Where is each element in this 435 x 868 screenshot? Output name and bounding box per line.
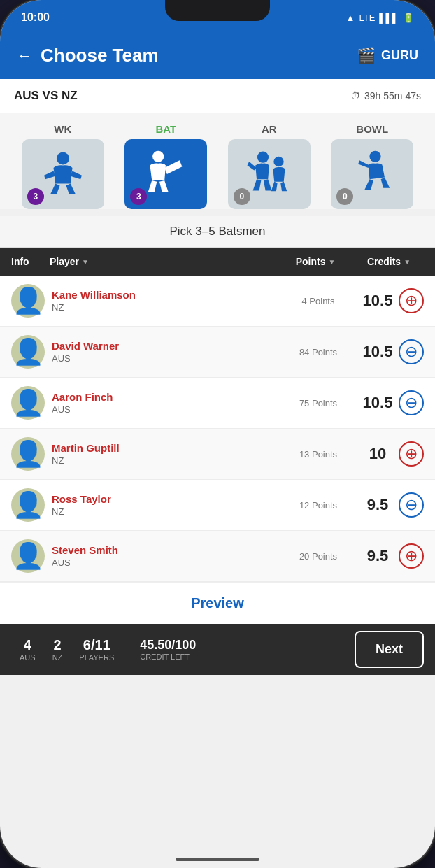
- clock-icon: ⏱: [350, 90, 360, 101]
- footer-nz-count: 2: [53, 637, 61, 653]
- tab-wk[interactable]: WK 3: [22, 123, 104, 209]
- points-sort-icon[interactable]: ▼: [328, 258, 335, 266]
- player-name: Aaron Finch: [52, 391, 280, 403]
- player-country: AUS: [52, 557, 280, 568]
- player-silhouette-icon: 👤: [13, 543, 44, 569]
- footer-nz-stat: 2 NZ: [44, 637, 71, 662]
- player-credits: 10.5: [357, 292, 399, 310]
- tab-ar-icon-box: 0: [228, 139, 311, 209]
- home-indicator: [176, 858, 259, 861]
- tab-bat[interactable]: BAT 3: [124, 123, 207, 209]
- footer-credit: 45.50/100 CREDIT LEFT: [140, 638, 355, 661]
- header-right: 🎬 GURU: [357, 47, 418, 65]
- player-sort-icon[interactable]: ▼: [82, 258, 89, 266]
- avatar: 👤: [11, 284, 45, 318]
- status-icons: ▲ LTE ▌▌▌ 🔋: [346, 13, 414, 23]
- player-name: David Warner: [52, 340, 280, 352]
- svg-point-0: [57, 152, 69, 165]
- footer-nz-label: NZ: [52, 653, 63, 662]
- tab-wk-icon-box: 3: [22, 139, 104, 209]
- preview-row: Preview: [0, 582, 435, 624]
- player-credits: 9.5: [357, 547, 399, 565]
- table-row: 👤 Aaron Finch AUS 75 Points 10.5 ⊖: [0, 378, 435, 429]
- remove-player-button[interactable]: ⊖: [399, 339, 424, 364]
- player-info: Ross Taylor NZ: [52, 493, 280, 517]
- phone-screen: 10:00 ▲ LTE ▌▌▌ 🔋 ← Choose Team 🎬 GURU A…: [0, 0, 435, 868]
- credits-sort-icon[interactable]: ▼: [404, 258, 411, 266]
- tab-wk-label: WK: [54, 123, 71, 135]
- bowl-player-icon: [347, 149, 397, 199]
- tabs-row: WK 3 BAT: [11, 123, 424, 209]
- player-info: David Warner AUS: [52, 340, 280, 364]
- pick-instruction: Pick 3–5 Batsmen: [0, 216, 435, 248]
- footer-credit-val: 45.50/100: [140, 638, 355, 653]
- avatar: 👤: [11, 437, 45, 471]
- bat-player-icon: [141, 149, 191, 199]
- add-player-button[interactable]: ⊕: [399, 288, 424, 313]
- player-name: Martin Guptill: [52, 442, 280, 454]
- table-row: 👤 Martin Guptill NZ 13 Points 10 ⊕: [0, 429, 435, 480]
- table-row: 👤 David Warner AUS 84 Points 10.5 ⊖: [0, 327, 435, 378]
- footer-divider: [131, 636, 131, 664]
- tab-ar-label: AR: [262, 123, 277, 135]
- table-row: 👤 Steven Smith AUS 20 Points 9.5 ⊕: [0, 531, 435, 582]
- header-left: ← Choose Team: [17, 45, 159, 66]
- table-header: Info Player ▼ Points ▼ Credits ▼: [0, 248, 435, 276]
- tab-ar-badge: 0: [234, 188, 250, 205]
- phone-frame: 10:00 ▲ LTE ▌▌▌ 🔋 ← Choose Team 🎬 GURU A…: [0, 0, 435, 868]
- player-silhouette-icon: 👤: [13, 288, 44, 313]
- footer-aus-label: AUS: [20, 653, 36, 662]
- th-player: Player ▼: [50, 256, 277, 267]
- player-info: Kane Williamson NZ: [52, 289, 280, 313]
- svg-point-1: [152, 151, 164, 162]
- avatar: 👤: [11, 539, 45, 573]
- remove-player-button[interactable]: ⊖: [399, 492, 424, 518]
- position-tabs: WK 3 BAT: [0, 113, 435, 209]
- player-silhouette-icon: 👤: [13, 441, 44, 467]
- player-name: Kane Williamson: [52, 289, 280, 301]
- signal-bars-icon: ▌▌▌: [379, 13, 399, 23]
- next-button[interactable]: Next: [355, 631, 424, 668]
- tab-bat-label: BAT: [155, 123, 176, 135]
- player-info: Aaron Finch AUS: [52, 391, 280, 415]
- status-time: 10:00: [21, 11, 50, 24]
- battery-icon: 🔋: [403, 13, 414, 23]
- player-name: Steven Smith: [52, 544, 280, 556]
- player-credits: 10.5: [357, 343, 399, 361]
- add-player-button[interactable]: ⊕: [399, 441, 424, 467]
- player-name: Ross Taylor: [52, 493, 280, 505]
- tab-bat-badge: 3: [130, 188, 147, 205]
- wk-player-icon: [38, 149, 88, 199]
- player-points: 13 Points: [280, 449, 357, 460]
- player-silhouette-icon: 👤: [13, 390, 44, 415]
- footer: 4 AUS 2 NZ 6/11 PLAYERS 45.50/100 CREDIT…: [0, 624, 435, 675]
- svg-point-4: [370, 151, 381, 162]
- th-info: Info: [11, 256, 50, 267]
- tab-ar[interactable]: AR 0: [228, 123, 311, 209]
- wifi-icon: ▲: [346, 13, 355, 23]
- table-row: 👤 Ross Taylor NZ 12 Points 9.5 ⊖: [0, 480, 435, 531]
- footer-players-stat: 6/11 PLAYERS: [71, 637, 122, 662]
- player-credits: 9.5: [357, 496, 399, 514]
- signal-label: LTE: [359, 13, 375, 23]
- player-credits: 10: [357, 445, 399, 463]
- player-points: 75 Points: [280, 398, 357, 408]
- th-points: Points ▼: [277, 256, 354, 267]
- match-bar: AUS VS NZ ⏱ 39h 55m 47s: [0, 79, 435, 113]
- guru-label[interactable]: GURU: [381, 48, 418, 63]
- footer-aus-stat: 4 AUS: [11, 637, 44, 662]
- footer-credit-label: CREDIT LEFT: [140, 653, 355, 661]
- avatar: 👤: [11, 386, 45, 420]
- tab-bowl[interactable]: BOWL 0: [331, 123, 413, 209]
- footer-players-count: 6/11: [83, 637, 110, 653]
- add-player-button[interactable]: ⊕: [399, 543, 424, 569]
- preview-button[interactable]: Preview: [191, 595, 244, 611]
- player-silhouette-icon: 👤: [13, 339, 44, 364]
- back-button[interactable]: ←: [17, 47, 32, 65]
- th-credits: Credits ▼: [354, 256, 424, 267]
- player-country: AUS: [52, 353, 280, 364]
- remove-player-button[interactable]: ⊖: [399, 390, 424, 415]
- player-country: NZ: [52, 506, 280, 517]
- tab-bowl-icon-box: 0: [331, 139, 413, 209]
- timer-value: 39h 55m 47s: [364, 90, 421, 101]
